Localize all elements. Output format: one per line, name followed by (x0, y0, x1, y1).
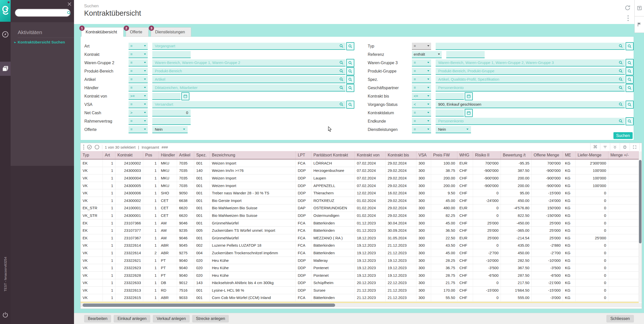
app-logo[interactable] (0, 0, 11, 22)
input-vsa[interactable]: Versandart (152, 101, 345, 108)
lookup-button-artikel[interactable] (346, 76, 354, 84)
filter-icon[interactable] (600, 143, 610, 151)
table-row[interactable]: VK1233226211PT9040020Heu KüheDDPMalleray… (81, 257, 639, 264)
input-rahmenvertrag[interactable] (152, 118, 191, 125)
operator-select-gesch-ftspartner[interactable]: = (412, 84, 431, 91)
sidebar-search-input[interactable] (19, 11, 65, 15)
operator-select-produkt-gruppe[interactable]: = (412, 68, 431, 75)
schliessen-button[interactable]: Schliessen (606, 315, 634, 322)
col-whg[interactable]: WHG (457, 151, 473, 159)
lookup-button-waren-gruppe-3[interactable] (626, 59, 634, 67)
input-waren-gruppe-2[interactable]: Waren-Bereich, Waren-Gruppe 1, Waren-Gru… (152, 59, 345, 66)
table-row[interactable]: EK1231073661AM9046001GrünmehlwürfelFCABä… (81, 219, 639, 227)
col-kontrakt-von[interactable]: Kontrakt von (355, 151, 386, 159)
calendar-button-kontrakt-bis[interactable] (465, 92, 473, 100)
table-row[interactable]: VK1233226151ABR9033001Corn Cob Mix-Würfe… (81, 294, 639, 302)
table-row[interactable]: VK1243000021CET6638001Bio Gerste ImportD… (81, 197, 639, 204)
operator-select-kontrakt-bis[interactable]: <= (412, 93, 431, 100)
tab-dienstleistungen[interactable]: 3Dienstleistungen (151, 27, 191, 37)
col-parit-tsort-kontrakt[interactable]: Paritätsort Kontrakt (311, 151, 355, 159)
tab-offerte[interactable]: 2Offerte (126, 27, 149, 37)
input-artikel[interactable]: Artikel (152, 76, 345, 83)
verkauf-anlegen-button[interactable]: Verkauf anlegen (153, 315, 190, 322)
operator-select-rahmenvertrag[interactable]: = (129, 118, 148, 125)
lookup-button-gesch-ftspartner[interactable] (626, 84, 634, 92)
col-kontrakt-bis[interactable]: Kontrakt bis (386, 151, 416, 159)
table-row[interactable]: VK1243000041MKU7035001Weizen ImportDDPLa… (81, 174, 639, 182)
printer-icon[interactable] (620, 143, 630, 151)
input-kontrakt[interactable] (152, 51, 191, 58)
operator-select-h-ndler[interactable]: = (129, 84, 148, 91)
fit-width-icon[interactable]: ⌘ (590, 143, 600, 151)
lookup-button-art[interactable] (346, 42, 354, 50)
table-row[interactable]: VK1233226142ABR9275004Zuckerrüben Trocke… (81, 249, 639, 257)
operator-select-endkunde[interactable]: = (412, 118, 431, 125)
operator-select-dienstleistungen[interactable]: = (412, 126, 431, 133)
input-waren-gruppe-3[interactable]: Waren-Bereich, Waren-Gruppe 1, Waren-Gru… (436, 59, 625, 66)
col-offene-menge[interactable]: Offene Menge (532, 151, 563, 159)
operator-select-kontraktdatum[interactable]: = (412, 109, 431, 117)
operator-select-spez[interactable]: = (412, 76, 431, 83)
input-spez[interactable]: Artikel, Qualitäts-Profil, Spezifikation (436, 76, 625, 83)
input-kontrakt-bis[interactable] (436, 93, 464, 100)
operator-select-referenz[interactable]: enthält (412, 51, 442, 58)
close-icon[interactable] (67, 2, 72, 7)
col-me[interactable]: ME (563, 151, 576, 159)
lookup-button-h-ndler[interactable] (346, 84, 354, 92)
documents-icon[interactable] (0, 62, 11, 76)
select-dienstleistungen[interactable]: Nein (436, 126, 471, 133)
horizontal-scrollbar[interactable] (81, 303, 642, 307)
lookup-button-vsa[interactable] (346, 101, 354, 109)
col-preis-fw[interactable]: Preis FW (431, 151, 457, 159)
select-all-icon[interactable] (87, 145, 92, 150)
einkauf-anlegen-button[interactable]: Einkauf anlegen (114, 315, 150, 322)
table-row[interactable]: VK1243000061SHO9050001Treber nass Wander… (81, 189, 639, 197)
lookup-button-waren-gruppe-2[interactable] (346, 59, 354, 67)
vertical-scrollbar-thumb[interactable] (639, 160, 641, 243)
lookup-button-vorgangs-status[interactable] (626, 101, 634, 109)
refresh-icon[interactable] (624, 5, 631, 12)
fullscreen-icon[interactable] (630, 143, 640, 151)
table-row[interactable]: VK1243000031MKU7035140Weizen Im/In >=76D… (81, 167, 639, 175)
lookup-button-typ[interactable] (626, 42, 634, 50)
input-art[interactable]: Vorgangsart (152, 43, 345, 50)
col-vsa[interactable]: VSA (416, 151, 431, 159)
operator-select-kontrakt[interactable]: = (129, 51, 148, 58)
operator-select-typ[interactable]: = (412, 43, 431, 50)
input-gesch-ftspartner[interactable]: Personenkonto (436, 84, 625, 91)
kebab-menu-icon[interactable] (627, 15, 629, 22)
col-risiko-ii[interactable]: Risiko II (473, 151, 501, 159)
operator-select-vorgangs-status[interactable]: < (412, 101, 431, 108)
input-net-cash[interactable]: 0 (152, 109, 191, 117)
lookup-button-spez[interactable] (626, 76, 634, 84)
col-artikel[interactable]: Artikel (177, 151, 194, 159)
table-row[interactable]: EK1231073671AM9046001GrünmehlwürfelFCAME… (81, 234, 639, 242)
table-row[interactable]: VK1233226131RD7516001Lysine-L HCL 98 %DD… (81, 287, 639, 294)
flag-icon[interactable] (635, 16, 644, 33)
table-row[interactable]: EK1231073771AM9235005Zuckerrüben TS Würf… (81, 227, 639, 234)
deselect-all-icon[interactable] (94, 145, 100, 150)
collapse-all-icon[interactable] (610, 143, 620, 151)
input-referenz[interactable] (446, 51, 485, 58)
input-endkunde[interactable]: Personenkonto (436, 118, 625, 125)
table-row[interactable]: VK1233226141ABR9045002Luzerne Pellets LU… (81, 242, 639, 249)
select-offerte[interactable]: Nein (152, 126, 188, 133)
lookup-button-produkt-bereich[interactable] (346, 67, 354, 75)
operator-select-waren-gruppe-2[interactable]: = (129, 59, 148, 66)
compass-icon[interactable] (0, 27, 11, 41)
text-tool-icon[interactable] (635, 0, 644, 16)
col-spez[interactable]: Spez. (194, 151, 210, 159)
input-typ[interactable] (436, 43, 625, 50)
col-pos[interactable]: Pos (143, 151, 159, 159)
operator-select-artikel[interactable]: = (129, 76, 148, 83)
input-kontrakt-von[interactable] (152, 93, 181, 100)
operator-select-waren-gruppe-3[interactable]: = (412, 59, 431, 66)
operator-select-produkt-bereich[interactable]: = (129, 68, 148, 75)
search-button[interactable]: Suchen (613, 132, 633, 139)
col-bezeichnung[interactable]: Bezeichnung (210, 151, 296, 159)
operator-select-net-cash[interactable]: > (129, 109, 148, 117)
tab-kontrakt-bersicht[interactable]: 1Kontraktübersicht (81, 27, 123, 37)
col-h-ndler[interactable]: Händler (159, 151, 177, 159)
col-menge[interactable]: Menge +/- (608, 151, 639, 159)
operator-select-art[interactable]: = (129, 43, 148, 50)
